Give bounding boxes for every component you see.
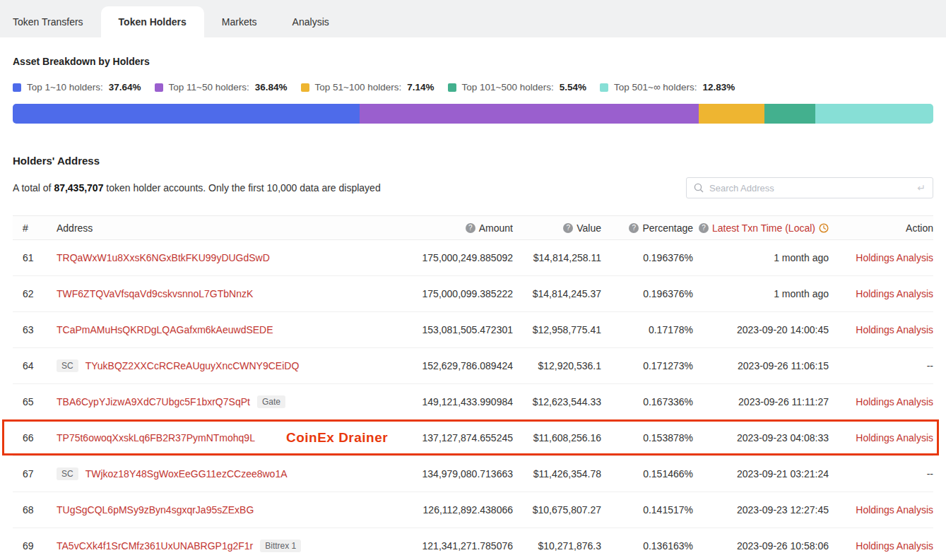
- search-address-box[interactable]: ↵: [686, 177, 933, 198]
- amount-help-icon[interactable]: ?: [466, 223, 475, 233]
- holdings-analysis-link[interactable]: Holdings Analysis: [829, 540, 933, 552]
- distribution-segment: [360, 104, 699, 124]
- value-cell: $14,814,245.37: [513, 288, 601, 299]
- legend-label: Top 1~10 holders:: [27, 82, 103, 93]
- tab-token-holders[interactable]: Token Holders: [101, 6, 204, 37]
- summary-suffix: token holder accounts. Only the first 10…: [106, 182, 380, 193]
- table-body: 61 TRQaWxW1u8XxsK6NGxBtkFKU99yDUGdSwD 17…: [13, 240, 933, 560]
- holders-table: # Address ? Amount ? Value ? Percentage …: [13, 215, 933, 560]
- exchange-tag: Gate: [257, 395, 285, 408]
- table-row: 66 TP75t6owoqXxskLq6FB2R37PymNTmohq9L Co…: [13, 420, 933, 456]
- col-value: ? Value: [513, 222, 601, 234]
- tab-analysis[interactable]: Analysis: [275, 6, 347, 37]
- holdings-analysis-link[interactable]: Holdings Analysis: [829, 504, 933, 516]
- amount-cell: 153,081,505.472301: [379, 324, 513, 335]
- legend-value: 37.64%: [109, 82, 141, 93]
- token-holders-panel: Asset Breakdown by Holders Top 1~10 hold…: [0, 56, 946, 560]
- legend-value: 36.84%: [255, 82, 288, 93]
- address-cell: SC TYukBQZ2XXCcRCReAUguyXncCWNY9CEiDQ: [57, 359, 379, 372]
- value-cell: $10,675,807.27: [513, 504, 601, 516]
- address-link[interactable]: TRQaWxW1u8XxsK6NGxBtkFKU99yDUGdSwD: [57, 252, 270, 263]
- time-cell: 2023-09-26 10:58:06: [693, 540, 829, 552]
- legend-item: Top 501~∞ holders:12.83%: [600, 82, 735, 93]
- address-cell: TA5vCXk4f1SrCMfz361UxUNABRGP1g2F1r Bittr…: [57, 540, 379, 552]
- col-percentage: ? Percentage: [601, 222, 693, 234]
- smart-contract-badge: SC: [57, 467, 78, 480]
- percentage-cell: 0.151466%: [601, 468, 693, 479]
- address-cell: SC TWjkoz18Y48SgWoxEeGG11ezCCzee8wo1A: [57, 467, 379, 480]
- tab-markets[interactable]: Markets: [204, 6, 275, 37]
- rank-cell: 68: [13, 504, 57, 516]
- rank-cell: 62: [13, 288, 57, 299]
- table-row: 64 SC TYukBQZ2XXCcRCReAUguyXncCWNY9CEiDQ…: [13, 348, 933, 384]
- distribution-segment: [699, 104, 764, 124]
- amount-cell: 175,000,249.885092: [379, 252, 513, 263]
- time-cell: 2023-09-23 04:08:33: [693, 432, 829, 443]
- value-cell: $12,623,544.33: [513, 396, 601, 407]
- value-help-icon[interactable]: ?: [563, 223, 573, 233]
- time-help-icon[interactable]: ?: [699, 223, 709, 233]
- table-row: 67 SC TWjkoz18Y48SgWoxEeGG11ezCCzee8wo1A…: [13, 456, 933, 492]
- address-cell: TCaPmAMuHsQKRDgLQAGafxm6kAeuwdSEDE: [57, 324, 379, 335]
- percentage-cell: 0.196376%: [601, 288, 693, 299]
- rank-cell: 63: [13, 324, 57, 335]
- rank-cell: 67: [13, 468, 57, 479]
- address-link[interactable]: TYukBQZ2XXCcRCReAUguyXncCWNY9CEiDQ: [85, 360, 300, 371]
- time-cell: 2023-09-26 11:11:27: [693, 396, 829, 407]
- amount-cell: 149,121,433.990984: [379, 396, 513, 407]
- legend-value: 5.54%: [560, 82, 586, 93]
- holdings-analysis-link[interactable]: Holdings Analysis: [829, 396, 933, 407]
- enter-key-icon: ↵: [917, 182, 926, 193]
- legend-color-swatch: [600, 83, 608, 92]
- table-row: 62 TWF6ZTQVaVfsqaVd9cskvsnnoL7GTbNnzK 17…: [13, 276, 933, 312]
- col-rank: #: [13, 222, 57, 234]
- holdings-analysis-link[interactable]: Holdings Analysis: [829, 288, 933, 299]
- annotation-label: CoinEx Drainer: [286, 430, 388, 446]
- amount-cell: 175,000,099.385222: [379, 288, 513, 299]
- address-link[interactable]: TA5vCXk4f1SrCMfz361UxUNABRGP1g2F1r: [57, 540, 253, 552]
- holdings-analysis-link[interactable]: Holdings Analysis: [829, 324, 933, 335]
- smart-contract-badge: SC: [57, 359, 78, 372]
- value-cell: $11,608,256.16: [513, 432, 601, 443]
- address-link[interactable]: TP75t6owoqXxskLq6FB2R37PymNTmohq9L: [57, 432, 255, 443]
- legend-value: 7.14%: [407, 82, 434, 93]
- address-cell: TRQaWxW1u8XxsK6NGxBtkFKU99yDUGdSwD: [57, 252, 379, 263]
- col-latest-txn-time[interactable]: ? Latest Txn Time (Local): [693, 222, 829, 234]
- search-address-input[interactable]: [709, 183, 911, 193]
- clock-icon[interactable]: [819, 223, 829, 233]
- table-row: 61 TRQaWxW1u8XxsK6NGxBtkFKU99yDUGdSwD 17…: [13, 240, 933, 276]
- holdings-analysis-link[interactable]: Holdings Analysis: [829, 432, 933, 443]
- value-cell: $12,920,536.1: [513, 360, 601, 371]
- value-cell: $10,271,876.3: [513, 540, 601, 552]
- legend-item: Top 11~50 holders:36.84%: [155, 82, 288, 93]
- col-amount: ? Amount: [379, 222, 513, 234]
- action-none: --: [829, 468, 933, 479]
- table-row: 65 TBA6CypYJizwA9XdC7Ubgc5F1bxrQ7SqPt Ga…: [13, 384, 933, 420]
- holders-address-title: Holders' Address: [13, 155, 933, 167]
- exchange-tag: Bittrex 1: [260, 540, 301, 552]
- address-link[interactable]: TUgSgCQL6pMSy9zByn4sgxqrJa95sZExBG: [57, 504, 254, 516]
- legend-color-swatch: [448, 83, 456, 92]
- distribution-segment: [13, 104, 360, 124]
- legend-item: Top 101~500 holders:5.54%: [448, 82, 587, 93]
- holdings-analysis-link[interactable]: Holdings Analysis: [829, 252, 933, 263]
- address-link[interactable]: TCaPmAMuHsQKRDgLQAGafxm6kAeuwdSEDE: [57, 324, 273, 335]
- asset-breakdown-title: Asset Breakdown by Holders: [13, 56, 933, 67]
- address-cell: TUgSgCQL6pMSy9zByn4sgxqrJa95sZExBG: [57, 504, 379, 516]
- amount-cell: 152,629,786.089424: [379, 360, 513, 371]
- holders-distribution-bar: [13, 104, 933, 124]
- percentage-cell: 0.171273%: [601, 360, 693, 371]
- address-link[interactable]: TWF6ZTQVaVfsqaVd9cskvsnnoL7GTbNnzK: [57, 288, 253, 299]
- value-cell: $12,958,775.41: [513, 324, 601, 335]
- rank-cell: 61: [13, 252, 57, 263]
- percentage-help-icon[interactable]: ?: [629, 223, 639, 233]
- tab-token-transfers[interactable]: Token Transfers: [13, 6, 101, 37]
- tab-bar: Token TransfersToken HoldersMarketsAnaly…: [0, 0, 946, 37]
- address-link[interactable]: TWjkoz18Y48SgWoxEeGG11ezCCzee8wo1A: [85, 468, 288, 479]
- holders-total-count: 87,435,707: [54, 182, 103, 193]
- holders-legend: Top 1~10 holders:37.64%Top 11~50 holders…: [13, 82, 933, 93]
- table-row: 63 TCaPmAMuHsQKRDgLQAGafxm6kAeuwdSEDE 15…: [13, 312, 933, 348]
- amount-cell: 137,127,874.655245: [379, 432, 513, 443]
- address-link[interactable]: TBA6CypYJizwA9XdC7Ubgc5F1bxrQ7SqPt: [57, 396, 250, 407]
- time-cell: 2023-09-23 12:27:45: [693, 504, 829, 516]
